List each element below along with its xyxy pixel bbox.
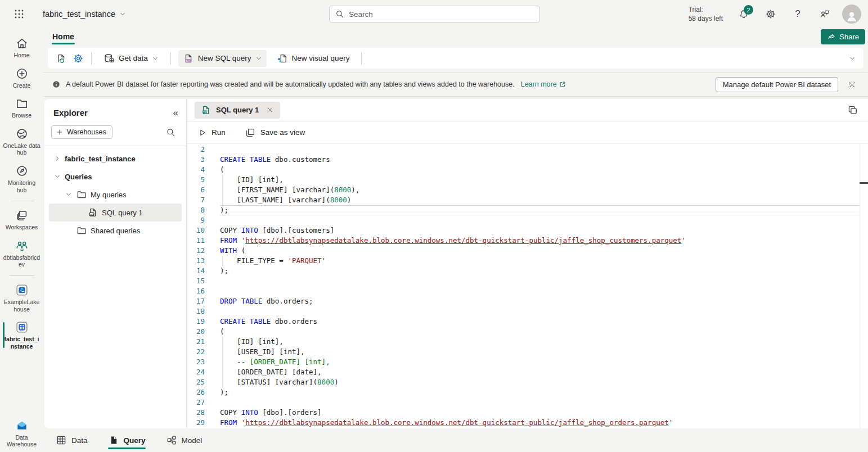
sql-document-icon: SQL <box>183 53 194 64</box>
code-line-28[interactable]: 28COPY INTO [dbo].[orders] <box>188 408 859 418</box>
nav-item-data-warehouse[interactable]: Data Warehouse <box>2 415 42 452</box>
nav-item-workspaces[interactable]: Workspaces <box>2 205 42 235</box>
manage-default-dataset-button[interactable]: Manage default Power BI dataset <box>716 77 838 92</box>
code-line-content: [LAST_NAME] [varchar](8000) <box>220 195 859 205</box>
code-line-7[interactable]: 7 [LAST_NAME] [varchar](8000) <box>188 195 859 205</box>
warehouse-settings-button[interactable] <box>73 53 84 64</box>
get-data-button[interactable]: Get data <box>99 50 163 67</box>
app-launcher-button[interactable] <box>8 3 30 25</box>
external-link-icon <box>559 80 566 88</box>
notifications-button[interactable]: 2 <box>734 4 753 24</box>
editor-scrollbar[interactable] <box>860 144 868 428</box>
nav-item-label: Monitoring hub <box>3 179 41 193</box>
refresh-report-button[interactable] <box>56 53 67 64</box>
copy-button[interactable] <box>845 103 860 117</box>
tree-item-shared-queries[interactable]: Shared queries <box>49 222 182 239</box>
code-line-12[interactable]: 12WITH ( <box>188 246 859 256</box>
code-line-16[interactable]: 16 <box>188 286 859 296</box>
code-line-content: ( <box>220 165 859 175</box>
tree-item-fabric-test-instance[interactable]: fabric_test_instance <box>49 150 182 168</box>
share-button[interactable]: Share <box>821 29 865 44</box>
code-line-29[interactable]: 29FROM 'https://dbtlabsynapsedatalake.bl… <box>188 418 859 428</box>
banner-close-button[interactable] <box>843 76 860 93</box>
code-line-26[interactable]: 26); <box>188 387 859 397</box>
nav-item-browse[interactable]: Browse <box>2 93 42 123</box>
visual-query-icon <box>277 53 288 64</box>
code-line-27[interactable]: 27 <box>188 397 859 408</box>
account-avatar[interactable] <box>842 4 861 24</box>
new-visual-query-button[interactable]: New visual query <box>272 50 354 67</box>
line-number: 10 <box>188 225 205 236</box>
new-sql-query-button[interactable]: SQL New SQL query <box>178 50 267 67</box>
nav-item-monitoring-hub[interactable]: Monitoring hub <box>2 160 42 197</box>
tree-item-my-queries[interactable]: My queries <box>49 186 182 204</box>
code-line-22[interactable]: 22 [USER_ID] [int], <box>188 347 859 357</box>
code-token: 8000 <box>334 186 351 194</box>
code-line-20[interactable]: 20( <box>188 327 859 337</box>
tree-item-sql-query-1[interactable]: SQLSQL query 1 <box>49 204 182 222</box>
create-icon <box>15 67 29 80</box>
close-tab-button[interactable] <box>263 104 276 116</box>
explorer-panel: Explorer « Warehouses fabric_test_instan… <box>44 99 187 428</box>
nav-item-home[interactable]: Home <box>2 33 42 63</box>
help-button[interactable]: ? <box>788 4 807 24</box>
nav-item-onelake-data-hub[interactable]: OneLake data hub <box>2 123 42 160</box>
code-line-14[interactable]: 14); <box>188 266 859 276</box>
code-line-8[interactable]: 8); <box>188 205 859 215</box>
search-icon <box>166 128 176 137</box>
view-tab-model[interactable]: Model <box>166 428 203 452</box>
code-line-24[interactable]: 24 [ORDER_DATE] [date], <box>188 367 859 377</box>
code-token: [FIRST_NAME] [varchar]( <box>220 186 334 194</box>
code-line-19[interactable]: 19CREATE TABLE dbo.orders <box>188 317 859 327</box>
copy-icon <box>847 105 858 116</box>
ribbon-collapse-chevron[interactable] <box>849 55 856 62</box>
code-line-6[interactable]: 6 [FIRST_NAME] [varchar](8000), <box>188 185 859 195</box>
code-line-content: COPY INTO [dbo].[customers] <box>220 225 859 236</box>
code-line-17[interactable]: 17DROP TABLE dbo.orders; <box>188 296 859 306</box>
code-line-4[interactable]: 4( <box>188 165 859 175</box>
feedback-button[interactable] <box>815 4 834 24</box>
nav-item-dbtlabsfabricdev[interactable]: dbtlabsfabricdev <box>2 235 42 272</box>
code-line-3[interactable]: 3CREATE TABLE dbo.customers <box>188 155 859 165</box>
code-line-2[interactable]: 2 <box>188 144 859 155</box>
workspace-selector[interactable]: fabric_test_instance <box>43 10 126 19</box>
close-icon <box>266 106 273 114</box>
collapse-panel-button[interactable]: « <box>173 108 178 117</box>
settings-button[interactable] <box>761 4 780 24</box>
code-line-15[interactable]: 15 <box>188 276 859 286</box>
code-line-21[interactable]: 21 [ID] [int], <box>188 337 859 347</box>
code-token: ) <box>334 378 339 386</box>
code-line-9[interactable]: 9 <box>188 215 859 225</box>
feedback-icon <box>819 8 830 20</box>
add-warehouses-button[interactable]: Warehouses <box>51 125 113 139</box>
view-tab-query[interactable]: Query <box>108 428 146 452</box>
code-line-content: ); <box>220 387 859 397</box>
learn-more-link[interactable]: Learn more <box>521 80 566 88</box>
code-line-23[interactable]: 23 -- [ORDER_DATE] [int], <box>188 357 859 367</box>
code-line-10[interactable]: 10COPY INTO [dbo].[customers] <box>188 225 859 236</box>
code-token: https://dbtlabsynapsedatalake.blob.core.… <box>245 236 681 245</box>
code-editor[interactable]: 23CREATE TABLE dbo.customers4(5 [ID] [in… <box>187 144 868 428</box>
code-line-18[interactable]: 18 <box>188 306 859 317</box>
trial-status: Trial: 58 days left <box>689 5 723 23</box>
code-token: dbo.customers <box>271 155 330 164</box>
ribbon-tab-band: Home Share <box>43 28 868 46</box>
code-line-13[interactable]: 13 FILE_TYPE = 'PARQUET' <box>188 256 859 266</box>
tab-home[interactable]: Home <box>48 30 79 44</box>
search-input[interactable] <box>349 10 534 19</box>
save-as-view-button[interactable]: Save as view <box>245 127 305 138</box>
view-tab-data[interactable]: Data <box>56 428 88 452</box>
code-line-5[interactable]: 5 [ID] [int], <box>188 175 859 185</box>
chevron-down-icon <box>119 11 126 17</box>
explorer-search-button[interactable] <box>163 124 178 140</box>
tree-item-queries[interactable]: Queries <box>49 168 182 186</box>
run-button[interactable]: Run <box>198 128 226 137</box>
nav-item-create[interactable]: Create <box>2 63 42 93</box>
code-line-11[interactable]: 11FROM 'https://dbtlabsynapsedatalake.bl… <box>188 236 859 246</box>
code-line-content: [ID] [int], <box>220 337 859 347</box>
nav-item-fabric-test-instance[interactable]: fabric_test_instance <box>2 317 42 354</box>
code-line-content <box>220 215 859 225</box>
code-line-25[interactable]: 25 [STATUS] [varchar](8000) <box>188 377 859 387</box>
tab-sql-query-1[interactable]: SQL SQL query 1 <box>195 102 280 119</box>
nav-item-examplelakehouse[interactable]: ExampleLakehouse <box>2 279 42 317</box>
